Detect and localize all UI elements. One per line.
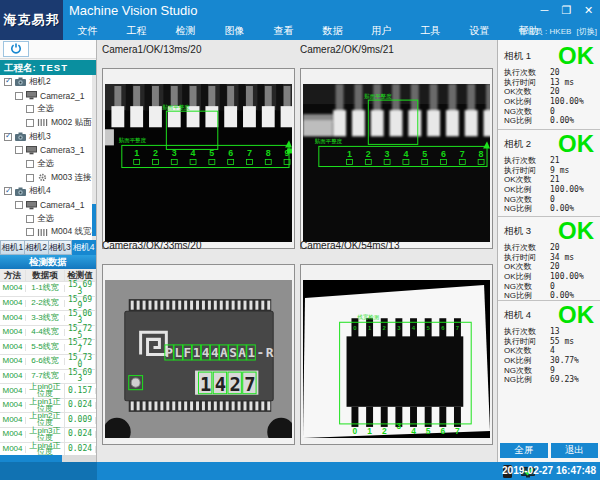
- camera2-title: Camera2/OK/9ms/21: [300, 44, 394, 55]
- pin-number: 3: [172, 148, 177, 158]
- stat-label: NG比例: [504, 374, 550, 385]
- status-bar-left: [0, 462, 97, 480]
- menu-item-3[interactable]: 检测: [161, 24, 210, 38]
- stat-row: NG比例0.00%: [504, 116, 594, 126]
- overlay-label: 贴面平整度: [162, 104, 190, 111]
- camera-grid: Camera1/OK/13ms/20贴面平整度贴面平整度123456789Cam…: [97, 40, 497, 462]
- chip-datecode-text: 1427: [200, 373, 259, 395]
- checkbox[interactable]: [4, 133, 12, 141]
- tree-item-10[interactable]: Camera4_1: [0, 198, 96, 212]
- tree-item-12[interactable]: M004 线宽检测: [0, 226, 96, 240]
- tab-camera-1[interactable]: 相机1: [0, 240, 25, 255]
- status-badge: OK: [558, 45, 594, 67]
- tree-item-3[interactable]: 全选: [0, 102, 96, 116]
- checkbox[interactable]: [26, 228, 34, 236]
- table-row[interactable]: M004上pin4正位度0.024: [0, 443, 96, 455]
- pin-number: 1: [347, 149, 352, 159]
- clock: 2019-02-27 16:47:48: [502, 465, 596, 476]
- stat-value: 13: [550, 327, 560, 336]
- menu-item-7[interactable]: 用户: [357, 24, 406, 38]
- tree-item-label: 相机2: [29, 76, 51, 88]
- minimize-icon[interactable]: ─: [538, 3, 551, 17]
- tree-scroll-thumb[interactable]: [92, 204, 96, 236]
- tree-item-9[interactable]: 相机4: [0, 185, 96, 199]
- toolbar-strip: [0, 40, 96, 59]
- column-header: 数据项: [26, 270, 65, 281]
- checkbox[interactable]: [26, 215, 34, 223]
- tree-scrollbar[interactable]: [92, 75, 96, 240]
- tree-item-8[interactable]: M003 连接器字符: [0, 171, 96, 185]
- checkbox[interactable]: [4, 78, 12, 86]
- menu-item-1[interactable]: 文件: [63, 24, 112, 38]
- table-cell: 15.699: [65, 297, 96, 311]
- camera-image: PLF144ASA1-R1427: [105, 280, 292, 438]
- stat-value: 21: [550, 175, 560, 184]
- table-cell: 上pin4正位度: [26, 443, 65, 455]
- fullscreen-button[interactable]: 全屏: [500, 443, 548, 458]
- tab-camera-2[interactable]: 相机2: [25, 240, 49, 255]
- stat-value: 20: [550, 243, 560, 252]
- checkbox[interactable]: [26, 160, 34, 168]
- column-header: 方法: [0, 270, 26, 281]
- tree-item-11[interactable]: 全选: [0, 212, 96, 226]
- stat-value: 0: [550, 107, 555, 116]
- stat-row: NG比例69.23%: [504, 375, 594, 385]
- pin-number: 3: [397, 421, 402, 431]
- ruler-icon: [37, 118, 48, 127]
- camera-image: 贴面平整度贴面平整度12345678: [303, 84, 490, 242]
- stat-value: 20: [550, 262, 560, 271]
- checkbox[interactable]: [26, 174, 34, 182]
- pin-number: 6: [228, 148, 233, 158]
- tree-item-4[interactable]: M002 贴面平整度: [0, 116, 96, 130]
- checkbox[interactable]: [15, 146, 23, 154]
- checkbox[interactable]: [26, 105, 34, 113]
- tab-camera-3[interactable]: 相机3: [49, 240, 73, 255]
- camera2-view: 贴面平整度贴面平整度12345678: [300, 68, 493, 249]
- tree-item-2[interactable]: Camera2_1: [0, 89, 96, 103]
- tree-item-5[interactable]: 相机3: [0, 130, 96, 144]
- camera-icon: [15, 77, 26, 86]
- checkbox[interactable]: [4, 187, 12, 195]
- pin-number: 2: [366, 149, 371, 159]
- menu-item-2[interactable]: 工程: [112, 24, 161, 38]
- table-cell: 上pin2正位度: [26, 413, 65, 427]
- stat-value: 100.00%: [550, 185, 584, 194]
- window-controls: ─❐✕: [538, 3, 595, 17]
- table-cell: M004: [0, 344, 26, 351]
- tree-item-label: 全选: [37, 213, 54, 225]
- tree-item-6[interactable]: Camera3_1: [0, 143, 96, 157]
- pin-number: 8: [266, 148, 271, 158]
- tree-item-1[interactable]: 相机2: [0, 75, 96, 89]
- status-badge: OK: [558, 304, 594, 326]
- menu-item-4[interactable]: 图像: [210, 24, 259, 38]
- checkbox[interactable]: [15, 201, 23, 209]
- exit-button[interactable]: 退出: [551, 443, 599, 458]
- stat-row: NG比例0.00%: [504, 204, 594, 214]
- close-icon[interactable]: ✕: [582, 3, 595, 17]
- camera1-image: 贴面平整度贴面平整度123456789: [105, 84, 292, 242]
- menu-item-9[interactable]: 设置: [455, 24, 504, 38]
- pin-number: 7: [455, 426, 460, 436]
- table-hscroll-thumb[interactable]: [0, 455, 62, 462]
- panel-buttons: 全屏 退出: [500, 443, 598, 458]
- power-button[interactable]: [3, 41, 29, 57]
- camera1-title: Camera1/OK/13ms/20: [102, 44, 202, 55]
- tree-item-7[interactable]: 全选: [0, 157, 96, 171]
- menu-item-6[interactable]: 数据: [308, 24, 357, 38]
- checkbox[interactable]: [26, 119, 34, 127]
- tab-camera-4[interactable]: 相机4: [72, 240, 96, 255]
- camera-stats-card-3: 相机 3OK执行次数20执行时间34 msOK次数20OK比例100.00%NG…: [498, 216, 600, 301]
- data-panel-title: 检测数据: [0, 255, 96, 269]
- checkbox[interactable]: [15, 92, 23, 100]
- restore-icon[interactable]: ❐: [560, 3, 573, 17]
- table-hscrollbar[interactable]: [0, 455, 96, 462]
- menu-item-5[interactable]: 查看: [259, 24, 308, 38]
- pin-number: 5: [209, 148, 214, 158]
- status-badge: OK: [558, 133, 594, 155]
- camera-stats-name: 相机 2: [504, 138, 531, 151]
- switch-user-link[interactable]: [切换]: [577, 27, 597, 36]
- pin-number: 7: [460, 149, 465, 159]
- table-cell: 15.063: [65, 311, 96, 325]
- menu-item-8[interactable]: 工具: [406, 24, 455, 38]
- table-cell: M004: [0, 373, 26, 380]
